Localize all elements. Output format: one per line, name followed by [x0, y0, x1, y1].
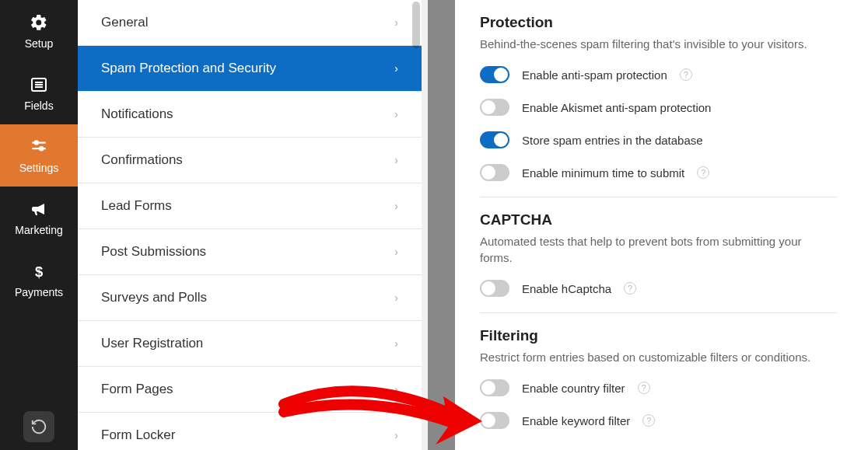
toggle-switch[interactable]	[480, 131, 509, 148]
submenu-item[interactable]: Form Pages›	[78, 367, 422, 413]
chevron-right-icon: ›	[394, 246, 398, 258]
svg-point-5	[35, 141, 38, 144]
svg-text:$: $	[35, 263, 43, 280]
submenu-item[interactable]: General›	[78, 0, 422, 46]
left-rail: Setup Fields Settings Marketing $ Paymen…	[0, 0, 78, 450]
submenu-item-label: User Registration	[101, 336, 203, 351]
submenu-item-label: Confirmations	[101, 152, 183, 168]
section-title: Filtering	[480, 327, 837, 344]
section-title: Protection	[480, 14, 837, 31]
option-row: Enable hCaptcha?	[480, 280, 837, 297]
option-row: Enable Akismet anti-spam protection	[480, 99, 837, 116]
rail-item-label: Setup	[25, 37, 54, 50]
submenu-item[interactable]: Post Submissions›	[78, 229, 422, 275]
chevron-right-icon: ›	[394, 16, 398, 29]
option-label: Enable keyword filter	[522, 414, 630, 427]
svg-point-7	[40, 147, 43, 150]
chevron-right-icon: ›	[394, 200, 398, 212]
chevron-right-icon: ›	[394, 383, 398, 396]
help-icon[interactable]: ?	[642, 414, 655, 427]
rail-item-fields[interactable]: Fields	[0, 62, 78, 124]
rail-item-payments[interactable]: $ Payments	[0, 249, 78, 311]
chevron-right-icon: ›	[394, 108, 398, 120]
submenu-item-label: General	[101, 15, 148, 30]
toggle-switch[interactable]	[480, 164, 509, 181]
rail-item-label: Payments	[15, 286, 63, 298]
option-row: Enable country filter?	[480, 379, 837, 396]
submenu-item-label: Form Locker	[101, 427, 175, 443]
option-row: Store spam entries in the database	[480, 131, 837, 148]
toggle-switch[interactable]	[480, 99, 509, 116]
help-icon[interactable]: ?	[624, 282, 636, 295]
submenu-item[interactable]: Confirmations›	[78, 138, 422, 183]
submenu-item-label: Notifications	[101, 106, 173, 122]
chevron-right-icon: ›	[394, 337, 398, 350]
submenu-item-label: Lead Forms	[101, 198, 172, 214]
chevron-right-icon: ›	[394, 291, 398, 304]
scrollbar-thumb[interactable]	[412, 2, 420, 48]
settings-panel: ProtectionBehind-the-scenes spam filteri…	[455, 0, 868, 450]
sliders-icon	[29, 137, 49, 157]
option-label: Enable country filter	[522, 382, 625, 395]
submenu-item[interactable]: Surveys and Polls›	[78, 275, 422, 321]
list-icon	[29, 75, 49, 95]
submenu-item[interactable]: Notifications›	[78, 92, 422, 138]
help-icon[interactable]: ?	[680, 68, 692, 81]
submenu-item[interactable]: Form Locker›	[78, 413, 422, 450]
panel-divider	[428, 0, 455, 450]
help-icon[interactable]: ?	[638, 382, 650, 394]
settings-submenu: General›Spam Protection and Security›Not…	[78, 0, 428, 450]
option-label: Enable Akismet anti-spam protection	[522, 101, 711, 114]
toggle-switch[interactable]	[480, 412, 509, 429]
help-icon[interactable]: ?	[697, 166, 709, 179]
section-subtitle: Automated tests that help to prevent bot…	[480, 233, 837, 266]
dollar-icon: $	[29, 261, 49, 281]
toggle-switch[interactable]	[480, 280, 509, 297]
gear-icon	[29, 12, 49, 33]
rail-item-label: Marketing	[15, 224, 62, 236]
option-label: Store spam entries in the database	[522, 134, 703, 147]
submenu-item-label: Spam Protection and Security	[101, 61, 276, 76]
option-label: Enable anti-spam protection	[522, 68, 667, 82]
rail-item-marketing[interactable]: Marketing	[0, 187, 78, 249]
toggle-switch[interactable]	[480, 66, 509, 83]
submenu-item[interactable]: Spam Protection and Security›	[78, 46, 422, 92]
chevron-right-icon: ›	[394, 154, 398, 166]
option-label: Enable minimum time to submit	[522, 166, 684, 180]
option-row: Enable keyword filter?	[480, 412, 837, 429]
history-icon	[23, 411, 54, 442]
chevron-right-icon: ›	[394, 429, 398, 441]
option-label: Enable hCaptcha	[522, 282, 611, 295]
chevron-right-icon: ›	[394, 62, 398, 75]
rail-item-label: Fields	[24, 99, 53, 112]
bullhorn-icon	[29, 199, 49, 219]
submenu-item-label: Form Pages	[101, 382, 173, 397]
section-title: CAPTCHA	[480, 211, 837, 228]
rail-item-setup[interactable]: Setup	[0, 0, 78, 62]
rail-item-label: Settings	[19, 162, 59, 174]
section-divider	[480, 312, 837, 313]
option-row: Enable anti-spam protection?	[480, 66, 837, 83]
submenu-item[interactable]: Lead Forms›	[78, 183, 422, 229]
section-subtitle: Behind-the-scenes spam filtering that's …	[480, 36, 837, 52]
rail-item-settings[interactable]: Settings	[0, 124, 78, 187]
option-row: Enable minimum time to submit?	[480, 164, 837, 181]
submenu-item-label: Surveys and Polls	[101, 290, 207, 305]
submenu-item[interactable]: User Registration›	[78, 321, 422, 367]
section-subtitle: Restrict form entries based on customiza…	[480, 349, 837, 365]
rail-history-button[interactable]	[0, 403, 78, 450]
section-divider	[480, 197, 837, 197]
submenu-item-label: Post Submissions	[101, 244, 206, 260]
toggle-switch[interactable]	[480, 379, 509, 396]
